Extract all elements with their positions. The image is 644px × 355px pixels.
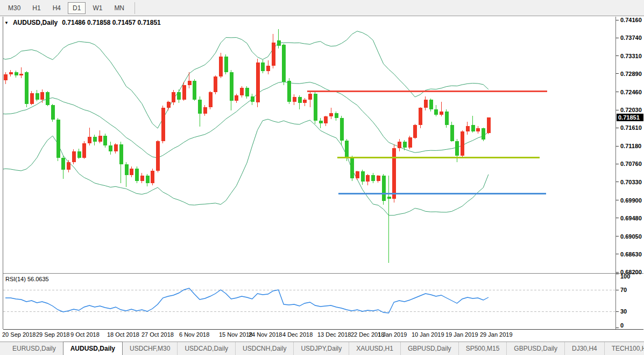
candle (329, 108, 333, 119)
candle-body (46, 92, 49, 105)
date-label: 19 Jan 2019 (445, 331, 478, 338)
timeframe-button-h1[interactable]: H1 (27, 2, 45, 14)
tab-sp500-m15[interactable]: SP500,M15 (459, 342, 507, 355)
candle (361, 170, 365, 185)
candle-body (61, 158, 65, 170)
candle-body (356, 171, 359, 178)
candle-body (450, 125, 454, 141)
candle-body (103, 136, 107, 145)
candle (209, 91, 213, 109)
candle-body (51, 105, 55, 120)
price-tick-label: 0.73310 (620, 53, 642, 59)
candle-body (482, 128, 485, 140)
candle-body (424, 100, 428, 108)
candle (146, 174, 150, 186)
candle (156, 140, 160, 172)
date-label: 18 Oct 2018 (107, 331, 139, 338)
candle (287, 78, 291, 103)
price-tick-label: 0.69480 (620, 215, 642, 221)
price-tick-label: 0.72890 (620, 71, 642, 77)
candle-body (209, 92, 213, 107)
candle-body (345, 141, 349, 158)
date-label: 6 Nov 2018 (179, 331, 209, 338)
candle-body (25, 72, 29, 103)
mt4-window: M30H1H4D1W1MN 0.741600.737400.733100.728… (0, 0, 644, 355)
candle-body (440, 112, 443, 115)
candle (308, 92, 312, 107)
candle (219, 53, 223, 78)
candle-body (146, 176, 150, 183)
candle (382, 174, 386, 205)
candle (77, 149, 81, 159)
rsi-tick-label: 100 (620, 273, 630, 280)
tab-usdchf-m30[interactable]: USDCHF,M30 (123, 342, 178, 355)
candle-body (272, 43, 275, 65)
price-tick-label: 0.74160 (620, 17, 642, 23)
chart-tabs: EURUSD,DailyAUDUSD,DailyUSDCHF,M30USDCAD… (0, 342, 644, 355)
candle (61, 156, 65, 178)
candle-body (298, 97, 302, 103)
candle-body (266, 66, 270, 71)
timeframe-button-mn[interactable]: MN (109, 2, 129, 14)
candle (151, 169, 154, 185)
candle-body (203, 107, 207, 114)
candle (461, 130, 464, 158)
candle (93, 135, 97, 145)
candle-body (335, 113, 338, 118)
candle-body (434, 109, 438, 115)
candle-body (172, 92, 175, 102)
tab-xauusd-h1[interactable]: XAUUSD,H1 (349, 342, 401, 355)
chart-canvas[interactable]: 0.741600.737400.733100.728900.724600.720… (0, 16, 644, 342)
tab-dj30-h4[interactable]: DJ30,H4 (565, 342, 605, 355)
price-tick-label: 0.71180 (620, 143, 641, 149)
candle-body (261, 62, 265, 71)
tab-eurusd-daily[interactable]: EURUSD,Daily (5, 342, 63, 355)
tab-usdcnh-daily[interactable]: USDCNH,Daily (236, 342, 294, 355)
candle (172, 90, 175, 105)
timeframe-button-h4[interactable]: H4 (48, 2, 66, 14)
date-label: 27 Oct 2018 (141, 331, 174, 338)
candle-body (419, 108, 422, 124)
candle-body (36, 93, 39, 100)
candle (298, 95, 302, 109)
tab-usdjpy-daily[interactable]: USDJPY,Daily (294, 342, 349, 355)
candle-body (251, 96, 254, 102)
candle (466, 122, 470, 135)
candle (408, 136, 412, 149)
candle-body (188, 81, 192, 85)
candle (19, 67, 23, 78)
tab-gbpusd-daily[interactable]: GBPUSD,Daily (507, 342, 565, 355)
timeframe-button-m30[interactable]: M30 (3, 2, 25, 14)
date-label: 29 Sep 2018 (36, 331, 69, 338)
main-pane (0, 29, 547, 263)
candle-body (455, 141, 459, 156)
toolbar-divider (135, 2, 135, 14)
price-tick-label: 0.73740 (620, 34, 642, 41)
candle (193, 79, 196, 101)
candle-body (230, 72, 233, 101)
candle (445, 109, 449, 128)
candle-body (282, 45, 286, 81)
tab-tech100-h1[interactable]: TECH100,H1 (605, 342, 644, 355)
timeframe-button-w1[interactable]: W1 (88, 2, 107, 14)
rsi-line (5, 288, 489, 313)
candle-body (377, 176, 380, 180)
candle-body (366, 175, 370, 182)
candle (25, 71, 29, 107)
bollinger-upper-band (0, 31, 489, 128)
tab-audusd-daily[interactable]: AUDUSD,Daily (63, 342, 123, 355)
candle (9, 70, 13, 77)
candle (319, 118, 323, 129)
candle-body (56, 120, 60, 158)
candle-body (461, 131, 464, 156)
rsi-tick-label: 70 (620, 287, 627, 293)
tab-usdcad-daily[interactable]: USDCAD,Daily (178, 342, 236, 355)
candle (476, 126, 480, 133)
candle (235, 94, 238, 103)
tab-gbpusd-daily[interactable]: GBPUSD,Daily (401, 342, 459, 355)
timeframe-button-d1[interactable]: D1 (68, 2, 86, 14)
date-label: 15 Nov 2018 (219, 331, 252, 338)
candle (135, 166, 139, 183)
candle (366, 174, 370, 185)
candle-body (224, 57, 228, 72)
